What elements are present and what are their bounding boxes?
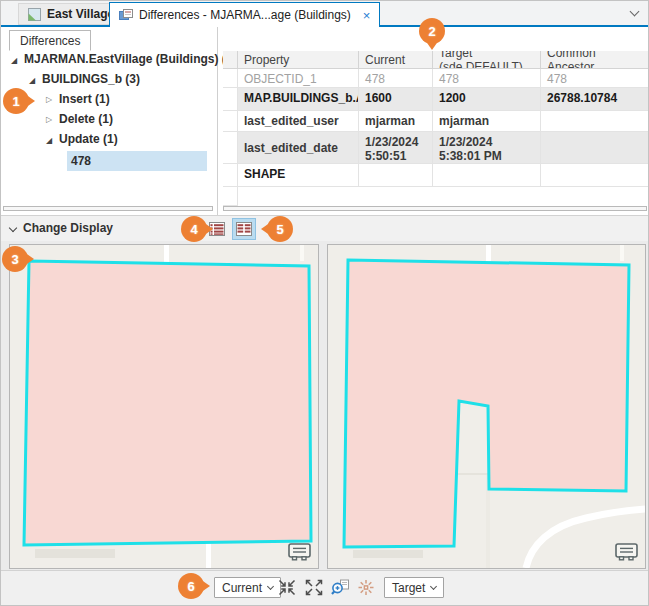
target-map-panel[interactable] bbox=[327, 244, 646, 569]
callout-number: 3 bbox=[11, 252, 18, 267]
chevron-down-icon bbox=[267, 583, 274, 590]
tree-item-delete[interactable]: ▷ Delete (1) bbox=[1, 109, 215, 129]
table-row-last-edited-date[interactable]: last_edited_date 1/23/2024 5:50:51 PM 1/… bbox=[223, 132, 649, 164]
cell-target: 478 bbox=[433, 69, 541, 87]
cell-property: MAP.BUILDINGS_b.AREA bbox=[238, 88, 359, 110]
cell-current bbox=[359, 164, 433, 186]
tabstrip-chevron-down-icon[interactable] bbox=[630, 7, 640, 17]
tree-item-label: Delete (1) bbox=[59, 112, 113, 126]
callout-5: 5 bbox=[267, 216, 293, 242]
callout-number: 6 bbox=[187, 579, 194, 594]
tab-east-village-label: East Village bbox=[47, 7, 114, 21]
table-row-objectid[interactable]: OBJECTID_1 478 478 478 bbox=[223, 69, 649, 88]
cell-current: mjarman bbox=[359, 111, 433, 131]
cell-ancestor: 478 bbox=[541, 69, 649, 87]
tab-differences-label: Differences - MJARMA...age (Buildings) bbox=[139, 8, 351, 22]
row-selector-header[interactable] bbox=[223, 51, 238, 68]
expander-expanded-icon[interactable]: ◢ bbox=[46, 136, 52, 145]
cell-ancestor bbox=[541, 164, 649, 186]
table-row-last-edited-user[interactable]: last_edited_user mjarman mjarman bbox=[223, 111, 649, 132]
close-tab-icon[interactable]: × bbox=[363, 8, 371, 23]
tree-item-label: BUILDINGS_b (3) bbox=[42, 72, 140, 86]
row-selector[interactable] bbox=[223, 88, 238, 110]
differences-tree-pane: Differences ◢ MJARMAN.EastVillage (Build… bbox=[1, 27, 218, 215]
side-by-side-view-button[interactable] bbox=[232, 218, 256, 240]
row-selector[interactable] bbox=[223, 164, 238, 186]
tab-differences-panel[interactable]: Differences bbox=[9, 30, 91, 51]
tree-item-label: Update (1) bbox=[59, 132, 118, 146]
target-map-canvas[interactable] bbox=[328, 245, 645, 568]
expander-expanded-icon[interactable]: ◢ bbox=[29, 76, 35, 85]
callout-number: 5 bbox=[276, 222, 283, 237]
view-tabstrip: East Village Differences - MJARMA...age … bbox=[1, 1, 648, 27]
callout-6: 6 bbox=[178, 573, 204, 599]
map-toolbar: Current bbox=[1, 570, 648, 606]
callout-4: 4 bbox=[181, 216, 207, 242]
popup-icon[interactable] bbox=[615, 543, 639, 562]
table-horizontal-scrollbar[interactable] bbox=[223, 206, 647, 211]
tree-item-label: MJARMAN.EastVillage (Buildings) (3) bbox=[24, 52, 236, 66]
section-collapse-chevron-icon[interactable] bbox=[9, 224, 17, 232]
col-current[interactable]: Current bbox=[359, 51, 433, 68]
table-columns-icon bbox=[236, 222, 252, 236]
current-map-panel[interactable] bbox=[9, 244, 319, 569]
map-thumbnail-icon bbox=[28, 8, 41, 21]
cell-ancestor: 26788.10784 bbox=[541, 88, 649, 110]
differences-window: East Village Differences - MJARMA...age … bbox=[0, 0, 649, 606]
cell-target: mjarman bbox=[433, 111, 541, 131]
table-row-shape[interactable]: SHAPE bbox=[223, 164, 649, 187]
callout-number: 2 bbox=[428, 24, 435, 39]
cell-target: 1200 bbox=[433, 88, 541, 110]
cell-property: OBJECTID_1 bbox=[238, 69, 359, 87]
cell-ancestor bbox=[541, 111, 649, 131]
tab-differences[interactable]: Differences - MJARMA...age (Buildings) × bbox=[109, 2, 380, 27]
tree-item-buildings[interactable]: ◢ BUILDINGS_b (3) bbox=[1, 69, 215, 89]
tree-item-label: 478 bbox=[71, 154, 91, 168]
cell-current: 1600 bbox=[359, 88, 433, 110]
change-display-section: Change Display bbox=[1, 215, 648, 241]
zoom-to-difference-icon[interactable] bbox=[331, 579, 350, 596]
current-dropdown-label: Current bbox=[222, 581, 262, 595]
zoom-in-contents-icon[interactable] bbox=[278, 579, 296, 596]
cell-property: last_edited_date bbox=[238, 132, 359, 163]
current-version-dropdown[interactable]: Current bbox=[214, 577, 281, 598]
popup-icon[interactable] bbox=[288, 543, 312, 562]
table-row-area[interactable]: MAP.BUILDINGS_b.AREA 1600 1200 26788.107… bbox=[223, 88, 649, 111]
current-map-canvas[interactable] bbox=[10, 245, 318, 568]
col-common-ancestor[interactable]: Common Ancestor bbox=[541, 51, 649, 68]
col-target[interactable]: Target (sde.DEFAULT) bbox=[433, 51, 541, 68]
col-property[interactable]: Property bbox=[238, 51, 359, 68]
cell-target bbox=[433, 164, 541, 186]
cell-property: SHAPE bbox=[238, 164, 359, 186]
callout-1: 1 bbox=[3, 88, 29, 114]
tree-horizontal-scrollbar[interactable] bbox=[3, 206, 213, 211]
tree-item-update[interactable]: ◢ Update (1) bbox=[1, 129, 215, 149]
cell-current: 1/23/2024 5:50:51 PM bbox=[359, 132, 433, 163]
building-feature-current bbox=[24, 261, 311, 545]
cell-target: 1/23/2024 5:38:01 PM bbox=[433, 132, 541, 163]
change-display-label: Change Display bbox=[23, 221, 113, 235]
row-selector[interactable] bbox=[223, 111, 238, 131]
expander-collapsed-icon[interactable]: ▷ bbox=[46, 115, 52, 124]
change-display-maps-area bbox=[1, 241, 648, 570]
cell-current: 478 bbox=[359, 69, 433, 87]
differences-icon bbox=[119, 9, 133, 21]
callout-3: 3 bbox=[2, 246, 28, 272]
row-selector[interactable] bbox=[223, 132, 238, 163]
target-version-dropdown[interactable]: Target bbox=[384, 577, 444, 598]
cell-ancestor bbox=[541, 132, 649, 163]
row-selector[interactable] bbox=[223, 69, 238, 87]
flash-difference-icon[interactable] bbox=[357, 579, 375, 596]
cell-property: last_edited_user bbox=[238, 111, 359, 131]
panel-tab-label: Differences bbox=[20, 34, 80, 48]
full-extent-icon[interactable] bbox=[305, 579, 323, 596]
expander-collapsed-icon[interactable]: ▷ bbox=[46, 95, 52, 104]
tree-item-478[interactable]: 478 bbox=[1, 151, 215, 171]
tree-item-root[interactable]: ◢ MJARMAN.EastVillage (Buildings) (3) bbox=[1, 49, 215, 69]
row-selector bbox=[223, 187, 238, 206]
callout-2: 2 bbox=[419, 18, 445, 44]
expander-expanded-icon[interactable]: ◢ bbox=[11, 56, 17, 65]
callout-number: 4 bbox=[190, 222, 197, 237]
table-row-empty bbox=[223, 187, 649, 206]
tree-item-label: Insert (1) bbox=[59, 92, 110, 106]
